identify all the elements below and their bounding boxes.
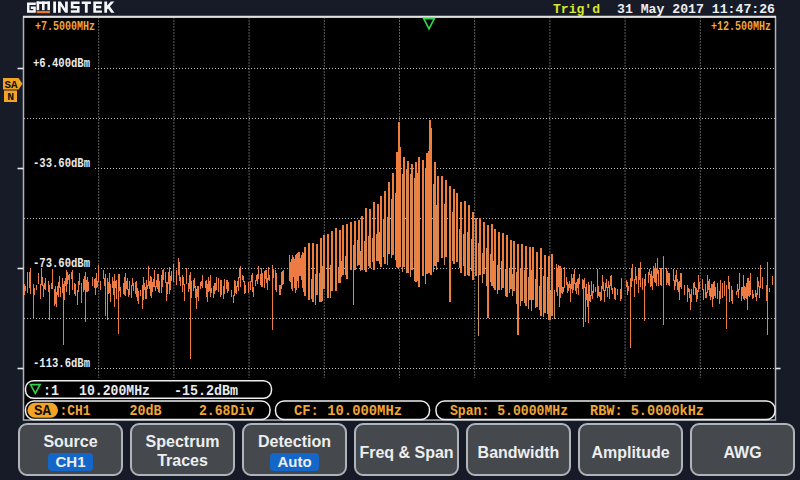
svg-text::CH1: :CH1 [60,403,91,420]
svg-text:-73.60dBm: -73.60dBm [33,257,90,271]
svg-text:20dB: 20dB [130,403,162,420]
svg-text:-15.2dBm: -15.2dBm [174,383,238,400]
svg-text:-113.6dBm: -113.6dBm [33,357,90,371]
svg-text:+7.5000MHz: +7.5000MHz [35,20,95,34]
svg-text:SA: SA [5,78,18,91]
svg-text:2.68Div: 2.68Div [199,403,254,420]
svg-text:+6.400dBm: +6.400dBm [33,57,90,71]
svg-text::1: :1 [43,383,59,400]
svg-text:-33.60dBm: -33.60dBm [33,157,90,171]
svg-text:10.200MHz: 10.200MHz [79,383,150,400]
svg-text:Span: 5.0000MHz: Span: 5.0000MHz [450,403,568,420]
svg-text:31 May 2017 11:47:26: 31 May 2017 11:47:26 [617,2,775,17]
svg-text:SA: SA [34,403,52,419]
svg-text:Trig'd: Trig'd [553,2,600,17]
svg-text:RBW: 5.0000kHz: RBW: 5.0000kHz [590,403,704,420]
svg-text:+12.500MHz: +12.500MHz [711,20,771,34]
svg-text:N: N [7,90,14,103]
svg-text:CF: 10.000MHz: CF: 10.000MHz [294,403,402,420]
